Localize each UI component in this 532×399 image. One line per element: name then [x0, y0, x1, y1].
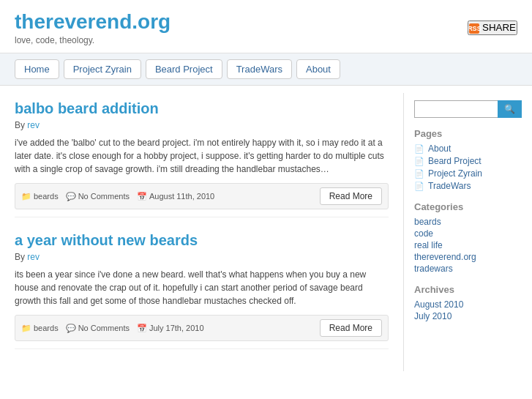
- post-2-read-more[interactable]: Read More: [320, 319, 382, 337]
- post-2: a year without new beards By rev its bee…: [15, 232, 389, 349]
- cat-code[interactable]: code: [414, 228, 522, 239]
- post-1-author: By rev: [15, 120, 389, 130]
- post-2-comments-label: No Comments: [78, 324, 130, 332]
- archive-aug-2010[interactable]: August 2010: [414, 299, 522, 310]
- sidebar-page-beard-project[interactable]: 📄 Beard Project: [414, 156, 522, 166]
- pages-section: Pages 📄 About 📄 Beard Project 📄 Project …: [414, 128, 522, 191]
- post-2-meta: 📁 beards 💬 No Comments 📅 July 17th, 2010…: [15, 315, 389, 341]
- sidebar-page-project-zyrain[interactable]: 📄 Project Zyrain: [414, 168, 522, 179]
- post-1-author-link[interactable]: rev: [27, 120, 40, 130]
- sidebar: 🔍 Pages 📄 About 📄 Beard Project 📄 Projec…: [404, 93, 532, 371]
- post-1-comments: 💬 No Comments: [66, 192, 130, 201]
- page-icon-2: 📄: [414, 157, 424, 166]
- post-2-category: 📁 beards: [21, 324, 59, 333]
- post-2-body: its been a year since i've done a new be…: [15, 268, 389, 307]
- page-icon-4: 📄: [414, 182, 424, 191]
- post-2-date-label: July 17th, 2010: [149, 324, 204, 332]
- archives-section: Archives August 2010 July 2010: [414, 284, 522, 321]
- post-1-read-more[interactable]: Read More: [320, 187, 382, 205]
- nav-about[interactable]: About: [296, 59, 340, 79]
- search-box: 🔍: [414, 100, 522, 118]
- archives-title: Archives: [414, 284, 522, 295]
- rss-icon: RSS: [469, 23, 479, 34]
- post-2-author: By rev: [15, 252, 389, 262]
- nav-bar: Home Project Zyrain Beard Project TradeW…: [0, 53, 532, 86]
- page-icon-1: 📄: [414, 144, 424, 154]
- search-input[interactable]: [414, 100, 498, 118]
- post-1-date-label: August 11th, 2010: [149, 192, 214, 201]
- date-icon: 📅: [137, 192, 147, 201]
- post-1-title: balbo beard addition: [15, 100, 389, 117]
- post-1-date: 📅 August 11th, 2010: [137, 192, 214, 201]
- post-1-comments-label: No Comments: [78, 192, 130, 201]
- nav-project-zyrain[interactable]: Project Zyrain: [64, 59, 141, 79]
- share-button[interactable]: RSS SHARE: [468, 20, 517, 35]
- nav-home[interactable]: Home: [15, 59, 59, 79]
- sidebar-page-about[interactable]: 📄 About: [414, 143, 522, 154]
- date-icon-2: 📅: [137, 324, 147, 333]
- archive-jul-2010[interactable]: July 2010: [414, 311, 522, 321]
- comment-icon-2: 💬: [66, 324, 76, 333]
- search-button[interactable]: 🔍: [498, 100, 522, 118]
- post-2-date: 📅 July 17th, 2010: [137, 324, 204, 333]
- content-area: balbo beard addition By rev i've added t…: [0, 93, 404, 371]
- page-icon-3: 📄: [414, 169, 424, 179]
- cat-tradewars[interactable]: tradewars: [414, 264, 522, 274]
- categories-section: Categories beards code real life thereve…: [414, 201, 522, 274]
- post-1: balbo beard addition By rev i've added t…: [15, 100, 389, 217]
- nav-tradewars[interactable]: TradeWars: [227, 59, 292, 79]
- share-label: SHARE: [482, 22, 516, 33]
- post-1-category-label: beards: [34, 192, 59, 201]
- sidebar-page-tradewars[interactable]: 📄 TradeWars: [414, 181, 522, 191]
- site-tagline: love, code, theology.: [15, 35, 171, 45]
- cat-beards[interactable]: beards: [414, 217, 522, 227]
- cat-real-life[interactable]: real life: [414, 240, 522, 250]
- post-1-body: i've added the 'balbo' cut to the beard …: [15, 136, 389, 176]
- categories-title: Categories: [414, 201, 522, 212]
- site-title: thereverend.org: [15, 10, 171, 34]
- cat-thereverend[interactable]: thereverend.org: [414, 252, 522, 262]
- pages-title: Pages: [414, 128, 522, 139]
- nav-beard-project[interactable]: Beard Project: [146, 59, 222, 79]
- post-1-category: 📁 beards: [21, 192, 59, 201]
- post-2-author-link[interactable]: rev: [27, 252, 40, 262]
- folder-icon: 📁: [21, 192, 31, 201]
- post-2-category-label: beards: [34, 324, 59, 332]
- comment-icon: 💬: [66, 192, 76, 201]
- folder-icon-2: 📁: [21, 324, 31, 333]
- post-2-comments: 💬 No Comments: [66, 324, 130, 333]
- post-2-title: a year without new beards: [15, 232, 389, 249]
- post-1-meta: 📁 beards 💬 No Comments 📅 August 11th, 20…: [15, 183, 389, 209]
